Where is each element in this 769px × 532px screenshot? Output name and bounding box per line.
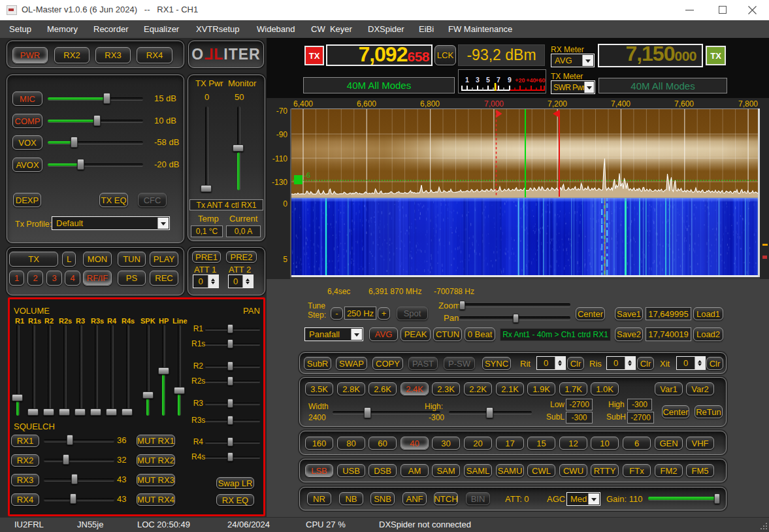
svg-text:+60: +60 [535,77,545,84]
svg-text:-6: -6 [304,171,310,179]
svg-text:3: 3 [476,76,480,84]
svg-text:+40: +40 [526,77,536,84]
svg-text:5: 5 [486,76,490,84]
svg-text:9: 9 [508,76,512,84]
svg-text:1: 1 [465,76,469,84]
svg-text:7: 7 [497,76,500,84]
svg-text:+20: +20 [515,77,525,84]
